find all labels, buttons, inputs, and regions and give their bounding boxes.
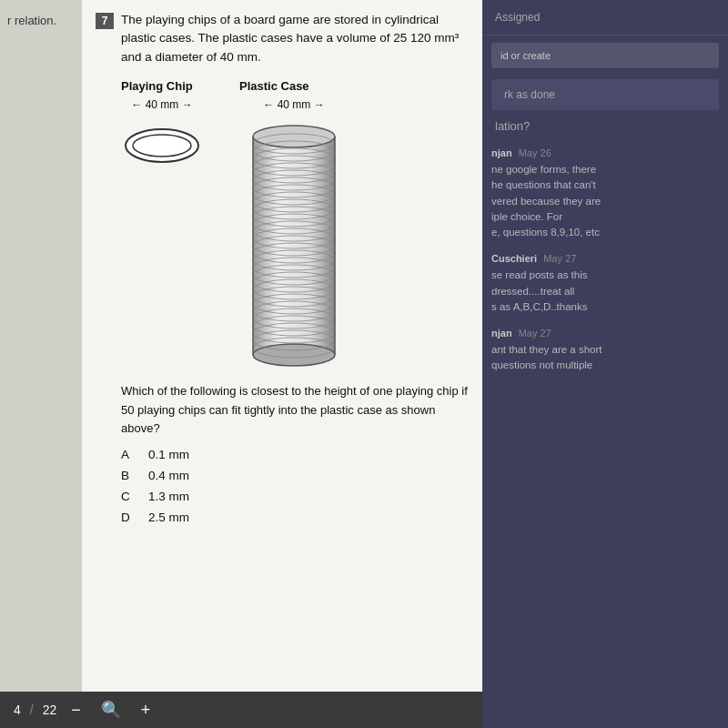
page-separator: / <box>30 703 34 717</box>
option-letter: B <box>121 469 134 482</box>
main-content: 7 The playing chips of a board game are … <box>82 0 482 692</box>
chat-entry: Cuschieri May 27 se read posts as thisdr… <box>491 253 719 315</box>
chip-measurement: ← 40 mm → <box>131 98 192 111</box>
option-letter: A <box>121 448 134 461</box>
option-value: 1.3 mm <box>148 490 189 503</box>
right-panel: Assigned id or create rk as done lation?… <box>482 0 728 728</box>
chat-meta: njan May 27 <box>491 328 719 339</box>
zoom-in-button[interactable]: + <box>136 699 157 722</box>
cylinder-svg <box>239 118 349 373</box>
plastic-case-label: Plastic Case <box>239 79 309 93</box>
search-button[interactable]: 🔍 <box>96 698 126 722</box>
question-body: Which of the following is closest to the… <box>121 382 469 439</box>
page-current: 4 <box>14 703 21 717</box>
option-row: A0.1 mm <box>121 448 469 461</box>
chat-username: Cuschieri <box>491 253 537 264</box>
mark-as-done-button[interactable]: rk as done <box>491 79 719 110</box>
question-header: 7 The playing chips of a board game are … <box>96 11 469 66</box>
option-row: D2.5 mm <box>121 511 469 524</box>
left-panel: r relation. 7 The playing chips of a boa… <box>0 0 482 728</box>
case-measurement: ← 40 mm → <box>263 98 324 111</box>
chat-username: njan <box>491 147 512 158</box>
option-letter: C <box>121 490 134 503</box>
bottom-bar: 4 / 22 − 🔍 + <box>0 692 482 728</box>
option-value: 0.1 mm <box>148 448 189 461</box>
chat-text: ant that they are a shortquestions not m… <box>491 342 719 374</box>
option-row: B0.4 mm <box>121 469 469 482</box>
playing-chip-diagram: Playing Chip ← 40 mm → <box>121 79 203 168</box>
chat-text: se read posts as thisdressed....treat al… <box>491 268 719 315</box>
id-or-create-button[interactable]: id or create <box>491 43 719 68</box>
option-value: 0.4 mm <box>148 469 189 482</box>
assigned-label: Assigned <box>495 11 540 24</box>
chat-area: njan May 26 ne google forms, therehe que… <box>482 138 728 728</box>
diagram-container: Playing Chip ← 40 mm → Plastic Case ← 40… <box>121 79 469 373</box>
options-list: A0.1 mmB0.4 mmC1.3 mmD2.5 mm <box>121 448 469 524</box>
search-icon: 🔍 <box>101 701 121 719</box>
plastic-case-diagram: Plastic Case ← 40 mm → <box>239 79 349 373</box>
chat-entry: njan May 26 ne google forms, therehe que… <box>491 147 719 240</box>
chat-username: njan <box>491 328 512 339</box>
assigned-section: Assigned <box>482 0 728 35</box>
option-value: 2.5 mm <box>148 511 189 524</box>
chat-date: May 26 <box>519 147 551 158</box>
chat-date: May 27 <box>543 253 576 264</box>
chat-text: ne google forms, therehe questions that … <box>491 162 719 240</box>
strip-text: r relation. <box>0 9 64 32</box>
chip-svg <box>121 118 203 168</box>
question-text: The playing chips of a board game are st… <box>121 11 469 66</box>
lation-label: lation? <box>482 114 728 138</box>
zoom-out-button[interactable]: − <box>66 699 86 722</box>
left-strip: r relation. <box>0 0 82 692</box>
playing-chip-label: Playing Chip <box>121 79 193 93</box>
option-row: C1.3 mm <box>121 490 469 503</box>
chat-date: May 27 <box>519 328 551 339</box>
question-number: 7 <box>96 13 114 29</box>
chat-meta: njan May 26 <box>491 147 719 158</box>
chat-entry: njan May 27 ant that they are a shortque… <box>491 328 719 374</box>
page-total: 22 <box>43 703 57 717</box>
option-letter: D <box>121 511 134 524</box>
chat-meta: Cuschieri May 27 <box>491 253 719 264</box>
